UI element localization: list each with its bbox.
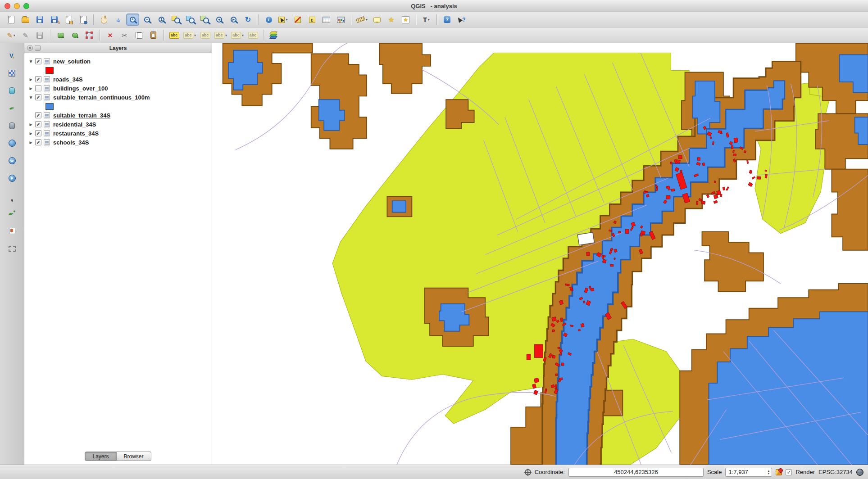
new-print-composer[interactable]	[62, 14, 75, 26]
layer-visibility-checkbox[interactable]: ✓	[35, 139, 41, 145]
panel-detach-icon[interactable]	[35, 45, 41, 51]
zoom-in[interactable]: +	[126, 14, 139, 26]
panel-tab-layers[interactable]: Layers	[85, 452, 116, 461]
select-by-expression[interactable]: ε	[305, 14, 318, 26]
deselect-features[interactable]	[291, 14, 304, 26]
field-calculator[interactable]	[334, 14, 347, 26]
help-contents[interactable]: ?	[441, 14, 454, 26]
save-project-as[interactable]: ✎	[48, 14, 61, 26]
layer-visibility-checkbox[interactable]: ✓	[35, 112, 41, 118]
processing-toolbox[interactable]	[267, 29, 280, 41]
new-shapefile-layer[interactable]	[5, 225, 19, 237]
layer-name[interactable]: new_solution	[53, 58, 91, 65]
layer-visibility-checkbox[interactable]: ✓	[35, 94, 41, 100]
layer-visibility-checkbox[interactable]	[35, 85, 41, 91]
add-raster-layer[interactable]	[5, 67, 19, 79]
layer-row[interactable]: ▾✓new_solution	[24, 57, 212, 66]
layer-row[interactable]: ▾✓suitable_terrain_continuous_100m	[24, 93, 212, 102]
toggle-editing[interactable]: ✎	[19, 29, 32, 41]
layer-row[interactable]: ▸buildings_over_100	[24, 84, 212, 93]
new-temporary-scratch-layer[interactable]	[5, 243, 19, 254]
layer-row[interactable]: ▸✓roads_34S	[24, 75, 212, 84]
render-checkbox[interactable]: ✓	[786, 469, 792, 475]
layer-name[interactable]: schools_34S	[53, 139, 89, 146]
layer-name[interactable]: restaurants_34S	[53, 130, 99, 137]
pin-unpin-labels[interactable]: abc▾	[182, 29, 197, 41]
minimize-button[interactable]	[14, 3, 20, 9]
add-wfs-layer[interactable]: F	[5, 172, 19, 184]
panel-tab-browser[interactable]: Browser	[117, 452, 151, 461]
pan-to-selection[interactable]: ↔↕	[112, 14, 125, 26]
coordinate-input[interactable]	[568, 468, 704, 477]
crs-status-icon[interactable]	[856, 469, 863, 476]
expand-arrow[interactable]: ▸	[27, 131, 35, 136]
add-mssql-layer[interactable]	[5, 120, 19, 131]
zoom-full[interactable]	[169, 14, 182, 26]
node-tool[interactable]	[83, 29, 96, 41]
identify-features[interactable]: i	[262, 14, 275, 26]
composer-manager[interactable]	[77, 14, 90, 26]
open-project[interactable]	[19, 14, 32, 26]
show-bookmarks[interactable]: ★	[399, 14, 412, 26]
open-attribute-table[interactable]	[320, 14, 333, 26]
refresh-map[interactable]: ↻	[241, 14, 254, 26]
layer-visibility-checkbox[interactable]: ✓	[35, 130, 41, 136]
move-label[interactable]: abc	[199, 29, 212, 41]
expand-arrow[interactable]: ▾	[27, 59, 35, 64]
cut-features[interactable]: ✂	[118, 29, 131, 41]
add-vector-layer[interactable]: V,	[5, 50, 19, 61]
close-button[interactable]	[5, 3, 10, 9]
new-spatialite-layer[interactable]: ✒+	[5, 208, 19, 219]
text-annotation[interactable]: T▾	[420, 14, 433, 26]
zoom-out[interactable]: −	[141, 14, 154, 26]
save-layer-edits[interactable]	[33, 29, 46, 41]
layer-name[interactable]: suitable_terrain_34S	[53, 112, 110, 119]
highlight-pinned-labels[interactable]: abc	[168, 29, 181, 41]
save-project[interactable]	[33, 14, 46, 26]
current-edits[interactable]: ✎▾	[5, 29, 18, 41]
zoom-native[interactable]: 1	[155, 14, 168, 26]
layer-name[interactable]: residential_34S	[53, 121, 96, 128]
zoom-button[interactable]	[23, 3, 29, 9]
zoom-to-selection[interactable]	[184, 14, 197, 26]
change-label[interactable]: abc▾	[230, 29, 245, 41]
add-spatialite-layer[interactable]: ✒	[5, 102, 19, 114]
panel-close-icon[interactable]: ×	[27, 45, 33, 51]
layer-visibility-checkbox[interactable]: ✓	[35, 121, 41, 127]
measure-line[interactable]: ▾	[355, 14, 369, 26]
layer-visibility-checkbox[interactable]: ✓	[35, 58, 41, 64]
show-hide-labels[interactable]: abc	[246, 29, 259, 41]
layer-name[interactable]: roads_34S	[53, 76, 83, 83]
zoom-to-layer[interactable]	[198, 14, 211, 26]
zoom-next[interactable]: ▸	[227, 14, 240, 26]
add-wcs-layer[interactable]: W	[5, 155, 19, 167]
layer-row[interactable]: ▸✓restaurants_34S	[24, 129, 212, 138]
title-bar[interactable]: QGIS - analysis	[0, 0, 868, 12]
move-feature[interactable]	[68, 29, 82, 41]
add-wms-layer[interactable]	[5, 137, 19, 149]
map-canvas[interactable]	[212, 43, 868, 465]
coordinate-capture-icon[interactable]	[525, 469, 531, 475]
scale-combobox[interactable]: 1:7,937 ▲▼	[725, 468, 772, 477]
add-postgis-layer[interactable]	[5, 85, 19, 96]
layer-row[interactable]: ▸✓schools_34S	[24, 138, 212, 147]
scale-stepper[interactable]: ▲▼	[765, 468, 772, 476]
layer-row[interactable]: ✓suitable_terrain_34S	[24, 111, 212, 120]
new-project[interactable]	[5, 14, 18, 26]
expand-arrow[interactable]: ▸	[27, 140, 35, 145]
whats-this[interactable]: ?	[455, 14, 468, 26]
layer-visibility-checkbox[interactable]: ✓	[35, 76, 41, 82]
expand-arrow[interactable]: ▸	[27, 86, 35, 91]
select-features[interactable]: ▾	[277, 14, 290, 26]
add-feature[interactable]	[54, 29, 67, 41]
expand-arrow[interactable]: ▸	[27, 77, 35, 82]
add-delimited-text-layer[interactable]: ,	[5, 190, 19, 202]
layer-symbol-swatch[interactable]	[45, 67, 54, 74]
expand-arrow[interactable]: ▸	[27, 122, 35, 127]
paste-features[interactable]	[147, 29, 160, 41]
copy-features[interactable]	[132, 29, 145, 41]
layer-symbol-swatch[interactable]	[45, 103, 54, 110]
delete-selected[interactable]: ×	[104, 29, 117, 41]
render-stop-icon[interactable]	[776, 469, 782, 475]
map-tips[interactable]	[370, 14, 383, 26]
